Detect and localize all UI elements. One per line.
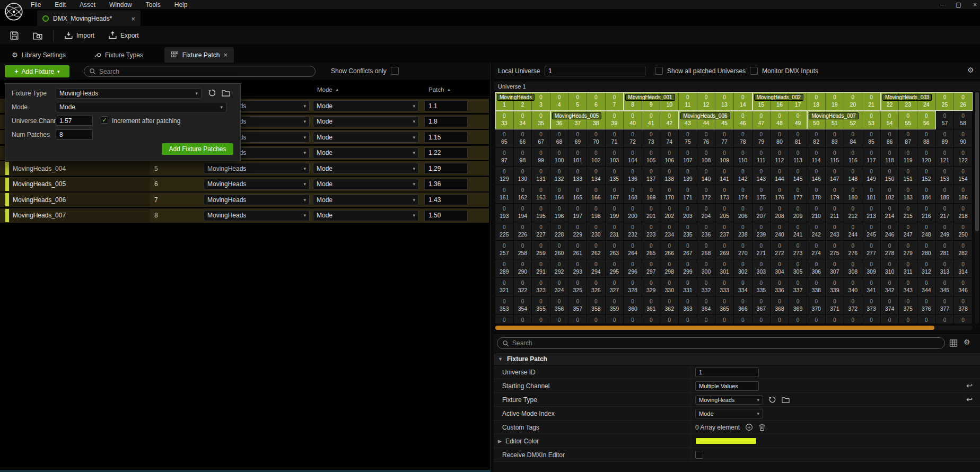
channel-cell[interactable]: 0359 (606, 296, 624, 315)
channel-cell[interactable]: 0107 (679, 148, 697, 167)
universe-id-input[interactable]: 1 (695, 368, 759, 377)
channel-cell[interactable]: 0225 (495, 222, 514, 241)
channel-cell[interactable]: 0203 (679, 204, 697, 222)
channel-cell[interactable]: 0399 (752, 315, 771, 324)
channel-cell[interactable]: 0174 (734, 185, 752, 204)
channel-cell[interactable]: 03 (532, 92, 550, 111)
channel-cell[interactable]: 08 (624, 92, 642, 111)
channel-cell[interactable]: 0306 (807, 259, 826, 278)
channel-cell[interactable]: 0208 (771, 204, 789, 222)
channel-cell[interactable]: 0273 (789, 241, 808, 259)
channel-cell[interactable]: 0199 (606, 204, 624, 222)
channel-cell[interactable]: 0226 (514, 222, 532, 241)
channel-cell[interactable]: 0196 (550, 204, 569, 222)
channel-cell[interactable]: 0302 (734, 259, 752, 278)
display-options-icon[interactable] (949, 339, 958, 347)
channel-cell[interactable]: 085 (862, 129, 881, 148)
channel-cell[interactable]: 0373 (862, 296, 881, 315)
channel-cell[interactable]: 0205 (715, 204, 734, 222)
channel-cell[interactable]: 06 (587, 92, 606, 111)
channel-cell[interactable]: 0249 (936, 222, 955, 241)
channel-cell[interactable]: 042 (660, 111, 679, 129)
channel-cell[interactable]: 0111 (752, 148, 771, 167)
tab-close-icon[interactable]: × (224, 51, 228, 59)
channel-cell[interactable]: 0292 (550, 259, 569, 278)
channel-cell[interactable]: 072 (624, 129, 642, 148)
channel-cell[interactable]: 086 (881, 129, 899, 148)
channel-cell[interactable]: 0375 (899, 296, 917, 315)
channel-cell[interactable]: 0112 (771, 148, 789, 167)
channel-cell[interactable]: 0294 (587, 259, 606, 278)
channel-cell[interactable]: 0185 (936, 185, 955, 204)
table-row[interactable]: MovingHeads_0045MovingHeads▾Mode▾1.29 (0, 161, 489, 176)
channel-cell[interactable]: 0229 (568, 222, 587, 241)
channel-cell[interactable]: 0266 (660, 241, 679, 259)
channel-cell[interactable]: 0330 (660, 278, 679, 296)
channel-cell[interactable]: 0148 (844, 167, 863, 185)
channel-cell[interactable]: 0104 (624, 148, 642, 167)
channel-cell[interactable]: 0260 (550, 241, 569, 259)
channel-cell[interactable]: 0245 (862, 222, 881, 241)
channel-cell[interactable]: 088 (917, 129, 936, 148)
channel-cell[interactable]: 083 (826, 129, 844, 148)
channel-cell[interactable]: 0258 (514, 241, 532, 259)
starting-channel-input[interactable]: Multiple Values (695, 381, 759, 391)
channel-cell[interactable]: 0244 (844, 222, 863, 241)
browse-to-asset-button[interactable] (30, 29, 46, 42)
channel-cell[interactable]: 053 (862, 111, 881, 129)
channel-cell[interactable]: 0372 (844, 296, 863, 315)
menu-item-edit[interactable]: Edit (55, 1, 66, 8)
scrollbar-thumb[interactable] (495, 326, 934, 330)
channel-cell[interactable]: 0241 (789, 222, 808, 241)
menu-item-file[interactable]: File (31, 1, 41, 8)
channel-cell[interactable]: 0272 (771, 241, 789, 259)
channel-cell[interactable]: 026 (954, 92, 973, 111)
channel-cell[interactable]: 024 (917, 92, 936, 111)
channel-cell[interactable]: 0165 (568, 185, 587, 204)
channel-cell[interactable]: 0346 (954, 278, 973, 296)
channel-cell[interactable]: 0374 (881, 296, 899, 315)
channel-cell[interactable]: 0281 (936, 241, 955, 259)
channel-cell[interactable]: 0395 (679, 315, 697, 324)
local-universe-input[interactable]: 1 (545, 66, 645, 76)
channel-cell[interactable]: 017 (789, 92, 808, 111)
channel-cell[interactable]: 02 (514, 92, 532, 111)
channel-cell[interactable]: 066 (514, 129, 532, 148)
channel-cell[interactable]: 082 (807, 129, 826, 148)
channel-cell[interactable]: 0305 (789, 259, 808, 278)
channel-cell[interactable]: 038 (587, 111, 606, 129)
channel-cell[interactable]: 0233 (642, 222, 661, 241)
channel-cell[interactable]: 0142 (734, 167, 752, 185)
channel-cell[interactable]: 09 (642, 92, 661, 111)
channel-cell[interactable]: 0154 (954, 167, 973, 185)
channel-cell[interactable]: 0141 (715, 167, 734, 185)
channel-cell[interactable]: 0324 (550, 278, 569, 296)
channel-cell[interactable]: 0217 (936, 204, 955, 222)
channel-cell[interactable]: 0204 (697, 204, 716, 222)
channel-cell[interactable]: 0325 (568, 278, 587, 296)
channel-cell[interactable]: 0153 (936, 167, 955, 185)
channel-cell[interactable]: 0135 (606, 167, 624, 185)
channel-cell[interactable]: 035 (532, 111, 550, 129)
save-button[interactable] (6, 29, 22, 42)
channel-cell[interactable]: 014 (734, 92, 752, 111)
channel-cell[interactable]: 0179 (826, 185, 844, 204)
num-patches-input[interactable]: 8 (56, 129, 93, 139)
mode-dropdown[interactable]: Mode▾ (313, 194, 419, 205)
channel-cell[interactable]: 0403 (826, 315, 844, 324)
channel-cell[interactable]: 0105 (642, 148, 661, 167)
channel-cell[interactable]: 0102 (587, 148, 606, 167)
channel-cell[interactable]: 0405 (862, 315, 881, 324)
channel-cell[interactable]: 0161 (495, 185, 514, 204)
gear-icon[interactable]: ⚙ (967, 66, 974, 74)
channel-cell[interactable]: 041 (642, 111, 661, 129)
channel-cell[interactable]: 0261 (568, 241, 587, 259)
channel-cell[interactable]: 0122 (954, 148, 973, 167)
show-conflicts-checkbox[interactable] (391, 67, 399, 75)
channel-cell[interactable]: 056 (917, 111, 936, 129)
channel-cell[interactable]: 052 (844, 111, 863, 129)
channel-cell[interactable]: 0323 (532, 278, 550, 296)
channel-cell[interactable]: 0143 (752, 167, 771, 185)
channel-cell[interactable]: 0246 (881, 222, 899, 241)
channel-cell[interactable]: 089 (936, 129, 955, 148)
